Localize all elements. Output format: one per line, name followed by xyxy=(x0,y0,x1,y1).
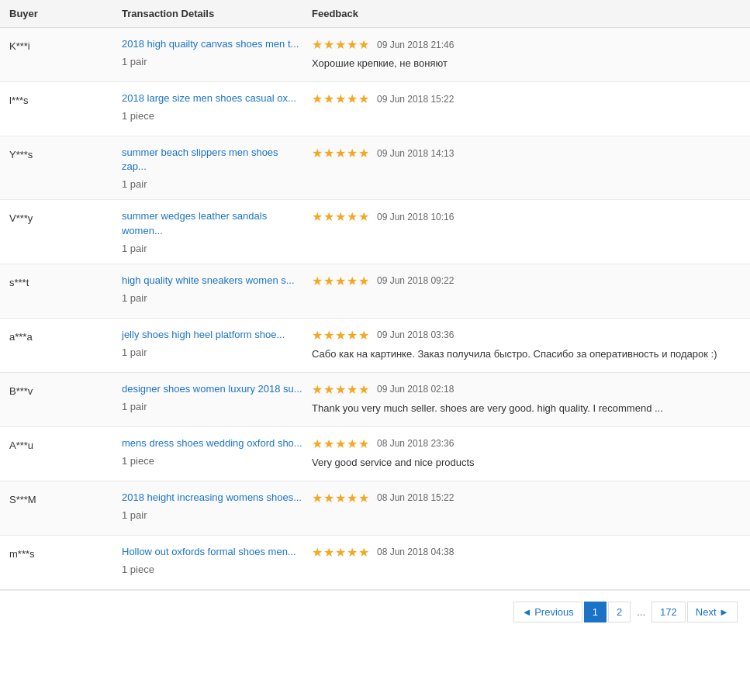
transaction-link[interactable]: mens dress shoes wedding oxford sho... xyxy=(122,437,302,449)
next-button[interactable]: Next ► xyxy=(687,602,738,622)
transaction-link[interactable]: summer beach slippers men shoes zap... xyxy=(122,147,278,172)
star-rating: ★★★★★ xyxy=(312,274,369,288)
transaction-link[interactable]: 2018 high quailty canvas shoes men t... xyxy=(122,38,299,50)
page-1-button[interactable]: 1 xyxy=(584,602,607,622)
table-row: a***a jelly shoes high heel platform sho… xyxy=(0,319,750,373)
star-icon: ★ xyxy=(335,436,346,451)
transaction-details: high quality white sneakers women s... 1… xyxy=(122,274,312,309)
star-rating: ★★★★★ xyxy=(312,382,369,397)
buyer-name: s***t xyxy=(9,274,122,309)
transaction-details: summer wedges leather sandals women... 1… xyxy=(122,209,312,253)
star-icon: ★ xyxy=(347,545,358,560)
feedback-date: 08 Jun 2018 23:36 xyxy=(377,438,454,449)
table-header: Buyer Transaction Details Feedback xyxy=(0,0,750,28)
transaction-link[interactable]: Hollow out oxfords formal shoes men... xyxy=(122,546,296,557)
star-icon: ★ xyxy=(312,209,323,224)
feedback-cell: ★★★★★ 09 Jun 2018 21:46 Хорошие крепкие,… xyxy=(312,37,741,72)
star-icon: ★ xyxy=(347,274,358,288)
star-icon: ★ xyxy=(335,37,346,52)
transaction-details: mens dress shoes wedding oxford sho... 1… xyxy=(122,436,312,471)
feedback-cell: ★★★★★ 09 Jun 2018 02:18 Thank you very m… xyxy=(312,382,741,417)
star-icon: ★ xyxy=(323,382,334,397)
star-icon: ★ xyxy=(358,382,369,397)
quantity: 1 pair xyxy=(122,292,304,304)
star-icon: ★ xyxy=(323,91,334,106)
star-rating: ★★★★★ xyxy=(312,37,369,52)
table-row: B***v designer shoes women luxury 2018 s… xyxy=(0,373,750,427)
table-row: m***s Hollow out oxfords formal shoes me… xyxy=(0,536,750,590)
buyer-name: B***v xyxy=(9,382,122,417)
feedback-top: ★★★★★ 08 Jun 2018 23:36 xyxy=(312,436,741,451)
star-icon: ★ xyxy=(347,37,358,52)
transaction-details: 2018 high quailty canvas shoes men t... … xyxy=(122,37,312,72)
feedback-date: 09 Jun 2018 14:13 xyxy=(377,148,454,159)
quantity: 1 pair xyxy=(122,243,304,254)
buyer-name: A***u xyxy=(9,436,122,471)
transaction-link[interactable]: high quality white sneakers women s... xyxy=(122,274,295,286)
feedback-text: Thank you very much seller. shoes are ve… xyxy=(312,402,741,416)
quantity: 1 piece xyxy=(122,110,304,122)
star-icon: ★ xyxy=(312,91,323,106)
buyer-name: S***M xyxy=(9,491,122,526)
table-row: Y***s summer beach slippers men shoes za… xyxy=(0,136,750,200)
transaction-link[interactable]: designer shoes women luxury 2018 su... xyxy=(122,383,302,395)
transaction-details: 2018 height increasing womens shoes... 1… xyxy=(122,491,312,526)
feedback-date: 09 Jun 2018 09:22 xyxy=(377,275,454,286)
transaction-link[interactable]: 2018 height increasing womens shoes... xyxy=(122,491,302,503)
table-row: K***i 2018 high quailty canvas shoes men… xyxy=(0,28,750,82)
star-icon: ★ xyxy=(312,146,323,160)
feedback-text: Хорошие крепкие, не воняют xyxy=(312,57,741,71)
feedback-cell: ★★★★★ 08 Jun 2018 15:22 xyxy=(312,491,741,526)
feedback-top: ★★★★★ 09 Jun 2018 02:18 xyxy=(312,382,741,397)
star-icon: ★ xyxy=(335,146,346,160)
reviews-table: Buyer Transaction Details Feedback K***i… xyxy=(0,0,750,633)
star-icon: ★ xyxy=(323,274,334,288)
pagination: ◄ Previous 1 2 ... 172 Next ► xyxy=(0,590,750,633)
star-rating: ★★★★★ xyxy=(312,328,369,343)
feedback-text: Сабо как на картинке. Заказ получила быс… xyxy=(312,347,741,361)
star-icon: ★ xyxy=(312,328,323,343)
header-feedback: Feedback xyxy=(312,8,741,19)
quantity: 1 piece xyxy=(122,455,304,467)
feedback-top: ★★★★★ 09 Jun 2018 03:36 xyxy=(312,328,741,343)
header-transaction: Transaction Details xyxy=(122,8,312,19)
star-rating: ★★★★★ xyxy=(312,209,369,224)
star-icon: ★ xyxy=(347,436,358,451)
feedback-top: ★★★★★ 09 Jun 2018 10:16 xyxy=(312,209,741,224)
page-last-button[interactable]: 172 xyxy=(651,602,686,622)
transaction-details: Hollow out oxfords formal shoes men... 1… xyxy=(122,545,312,580)
transaction-link[interactable]: 2018 large size men shoes casual ox... xyxy=(122,92,296,104)
quantity: 1 pair xyxy=(122,401,304,412)
previous-button[interactable]: ◄ Previous xyxy=(513,602,582,622)
star-icon: ★ xyxy=(312,545,323,560)
star-icon: ★ xyxy=(358,328,369,343)
star-icon: ★ xyxy=(335,209,346,224)
table-row: V***y summer wedges leather sandals wome… xyxy=(0,200,750,264)
star-icon: ★ xyxy=(335,91,346,106)
star-icon: ★ xyxy=(347,91,358,106)
feedback-date: 09 Jun 2018 10:16 xyxy=(377,212,454,222)
feedback-top: ★★★★★ 09 Jun 2018 09:22 xyxy=(312,274,741,288)
buyer-name: m***s xyxy=(9,545,122,580)
star-icon: ★ xyxy=(358,274,369,288)
feedback-top: ★★★★★ 09 Jun 2018 21:46 xyxy=(312,37,741,52)
star-icon: ★ xyxy=(358,545,369,560)
header-buyer: Buyer xyxy=(9,8,122,19)
feedback-cell: ★★★★★ 09 Jun 2018 09:22 xyxy=(312,274,741,309)
star-icon: ★ xyxy=(312,382,323,397)
page-2-button[interactable]: 2 xyxy=(608,602,631,622)
feedback-top: ★★★★★ 08 Jun 2018 04:38 xyxy=(312,545,741,560)
buyer-name: K***i xyxy=(9,37,122,72)
transaction-link[interactable]: jelly shoes high heel platform shoe... xyxy=(122,329,285,340)
star-icon: ★ xyxy=(323,209,334,224)
star-icon: ★ xyxy=(323,436,334,451)
star-icon: ★ xyxy=(335,382,346,397)
star-icon: ★ xyxy=(323,545,334,560)
star-rating: ★★★★★ xyxy=(312,491,369,505)
star-icon: ★ xyxy=(335,328,346,343)
feedback-date: 09 Jun 2018 03:36 xyxy=(377,329,454,340)
transaction-link[interactable]: summer wedges leather sandals women... xyxy=(122,210,267,236)
star-icon: ★ xyxy=(358,37,369,52)
page-dots: ... xyxy=(632,602,650,622)
feedback-date: 09 Jun 2018 15:22 xyxy=(377,94,454,105)
